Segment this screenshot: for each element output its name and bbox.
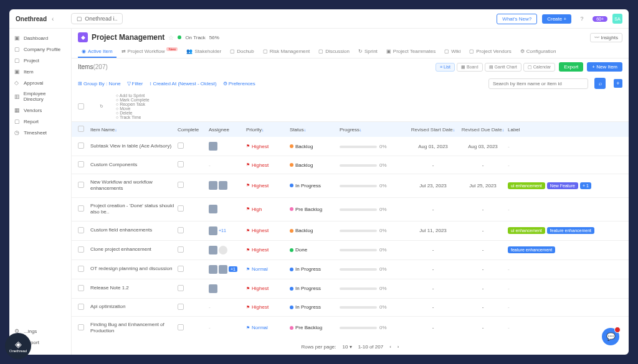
assignee-avatar[interactable] <box>209 142 217 151</box>
assignee-avatar[interactable] <box>209 181 217 190</box>
col-complete[interactable]: Complete <box>178 127 209 133</box>
chat-button[interactable]: 💬 <box>602 328 619 345</box>
filter-button[interactable]: ▽ Filter <box>127 81 143 86</box>
sidebar-item[interactable]: ▢Company Profile <box>9 44 71 55</box>
sidebar-item[interactable]: ◇Approval <box>9 77 71 88</box>
tab-item[interactable]: ▢Risk Management <box>259 46 313 58</box>
sidebar-item[interactable]: ▣Dashboard <box>9 32 71 44</box>
table-row[interactable]: New Workflow and workflow enhancements ⚑… <box>72 174 629 198</box>
tab-item[interactable]: ⇄Project WorkflowNew <box>118 46 182 58</box>
assignee-avatar[interactable] <box>219 181 227 190</box>
preferences-button[interactable]: ⚙ Preferences <box>223 81 255 86</box>
sidebar-item[interactable]: ▣Item <box>9 66 71 77</box>
label-tag[interactable]: + 1 <box>580 182 591 189</box>
row-checkbox[interactable] <box>78 161 84 167</box>
item-name[interactable]: Subtask View in table (Ace Advisory) <box>90 143 178 149</box>
row-checkbox[interactable] <box>78 205 84 212</box>
assignee-avatar[interactable] <box>219 246 227 254</box>
bulk-action[interactable]: ○ Mark Complete <box>116 98 150 102</box>
view-calendar-button[interactable]: ▢ Calendar <box>523 63 555 72</box>
sort-button[interactable]: ↕ Created At (Newest - Oldest) <box>149 81 216 86</box>
label-tag[interactable]: feature enhancement <box>508 246 555 253</box>
view-gantt-button[interactable]: ▤ Gantt Chart <box>485 63 521 72</box>
row-checkbox[interactable] <box>78 285 84 291</box>
row-checkbox[interactable] <box>78 266 84 272</box>
table-row[interactable]: Project creation - 'Done' status should … <box>72 198 629 222</box>
complete-checkbox[interactable] <box>178 324 184 330</box>
assignee-avatar[interactable] <box>219 265 227 274</box>
tab-item[interactable]: 👥Stakeholder <box>183 46 225 58</box>
label-tag[interactable]: ui enhancement <box>508 182 545 189</box>
tab-item[interactable]: ◉Active Item <box>78 46 117 58</box>
select-all-checkbox[interactable] <box>78 103 84 110</box>
item-name[interactable]: OT redesign planning and discussion <box>90 266 178 272</box>
bulk-action[interactable]: ○ Track Time <box>116 115 150 119</box>
item-name[interactable]: Finding Bug and Enhancement of Productio… <box>90 322 178 335</box>
whats-new-button[interactable]: What's New? <box>497 14 537 24</box>
tab-item[interactable]: ▢Dochub <box>226 46 258 58</box>
complete-checkbox[interactable] <box>178 205 184 212</box>
search-icon[interactable]: ⌕ <box>594 78 606 89</box>
table-row[interactable]: OT redesign planning and discussion +1 ⚑… <box>72 260 629 279</box>
item-name[interactable]: Custom field enhancements <box>90 227 178 233</box>
new-item-button[interactable]: + New Item <box>587 62 622 72</box>
assignee-avatar[interactable] <box>209 284 217 293</box>
tab-item[interactable]: ▣Project Teammates <box>383 46 439 58</box>
tab-item[interactable]: ▢Discussion <box>315 46 353 58</box>
table-row[interactable]: Api optimization - ⚑Highest In Progress … <box>72 299 629 317</box>
view-board-button[interactable]: ▦ Board <box>457 63 483 72</box>
tab-item[interactable]: ↻Sprint <box>355 46 381 58</box>
reload-icon[interactable]: ↻ <box>100 104 103 109</box>
item-name[interactable]: Api optimization <box>90 304 178 310</box>
sidebar-item[interactable]: ◷Timesheet <box>9 127 71 138</box>
sidebar-item[interactable]: ▢Report <box>9 116 71 127</box>
create-button[interactable]: Create + <box>542 14 571 24</box>
table-row[interactable]: Clone project enhancement ⚑Highest Done … <box>72 241 629 260</box>
search-input[interactable] <box>488 78 588 89</box>
add-column-button[interactable]: + <box>614 79 622 88</box>
item-name[interactable]: Custom Components <box>90 162 178 168</box>
col-assignee[interactable]: Assignee <box>209 127 246 133</box>
insights-button[interactable]: 〰 Insights <box>590 33 622 42</box>
complete-checkbox[interactable] <box>178 304 184 310</box>
collapse-sidebar-icon[interactable]: ‹ <box>52 16 54 22</box>
rows-per-page-select[interactable]: 10 ▾ <box>343 344 352 350</box>
group-by-button[interactable]: ⊞ Group By : None <box>78 81 121 86</box>
row-checkbox[interactable] <box>78 182 84 188</box>
col-due[interactable]: Revised Due Date↓ <box>458 127 508 133</box>
col-label[interactable]: Label <box>508 127 622 133</box>
next-page-icon[interactable]: › <box>398 344 399 350</box>
bulk-action[interactable]: ○ Move <box>116 106 150 111</box>
table-row[interactable]: Release Note 1.2 ⚑Highest In Progress 0%… <box>72 279 629 299</box>
row-checkbox[interactable] <box>78 324 84 330</box>
item-name[interactable]: New Workflow and workflow enhancements <box>90 179 178 192</box>
notification-badge[interactable]: 60+ <box>593 16 607 22</box>
row-checkbox[interactable] <box>78 246 84 253</box>
item-name[interactable]: Clone project enhancement <box>90 246 178 253</box>
col-progress[interactable]: Progress↓ <box>340 127 408 133</box>
tab-item[interactable]: ▢Project Vendors <box>465 46 515 58</box>
bulk-action[interactable]: ○ Reopen Task <box>116 102 150 106</box>
complete-checkbox[interactable] <box>178 285 184 291</box>
assignee-avatar[interactable] <box>209 246 217 254</box>
col-name[interactable]: Item Name↓ <box>90 127 178 133</box>
assignee-avatar[interactable] <box>209 265 217 274</box>
complete-checkbox[interactable] <box>178 227 184 233</box>
complete-checkbox[interactable] <box>178 161 184 167</box>
sidebar-item[interactable]: ▢Project <box>9 55 71 66</box>
col-priority[interactable]: Priority↓ <box>246 127 290 133</box>
assignee-more[interactable]: +1 <box>229 266 237 272</box>
favorite-star-icon[interactable]: ☆ <box>168 34 174 41</box>
col-status[interactable]: Status↓ <box>290 127 340 133</box>
user-avatar[interactable]: SA <box>612 14 622 24</box>
table-row[interactable]: Finding Bug and Enhancement of Productio… <box>72 317 629 339</box>
complete-checkbox[interactable] <box>178 142 184 149</box>
export-button[interactable]: Export <box>559 62 583 72</box>
bulk-action[interactable]: ○ Delete <box>116 111 150 115</box>
tab-item[interactable]: ⚙Configuration <box>517 46 560 58</box>
table-row[interactable]: Custom Components - ⚑Highest Backlog 0% … <box>72 156 629 174</box>
item-name[interactable]: Project creation - 'Done' status should … <box>90 203 178 216</box>
table-row[interactable]: Subtask View in table (Ace Advisory) ⚑Hi… <box>72 137 629 156</box>
item-name[interactable]: Release Note 1.2 <box>90 285 178 291</box>
sidebar-item[interactable]: ▥Employee Directory <box>9 88 71 105</box>
